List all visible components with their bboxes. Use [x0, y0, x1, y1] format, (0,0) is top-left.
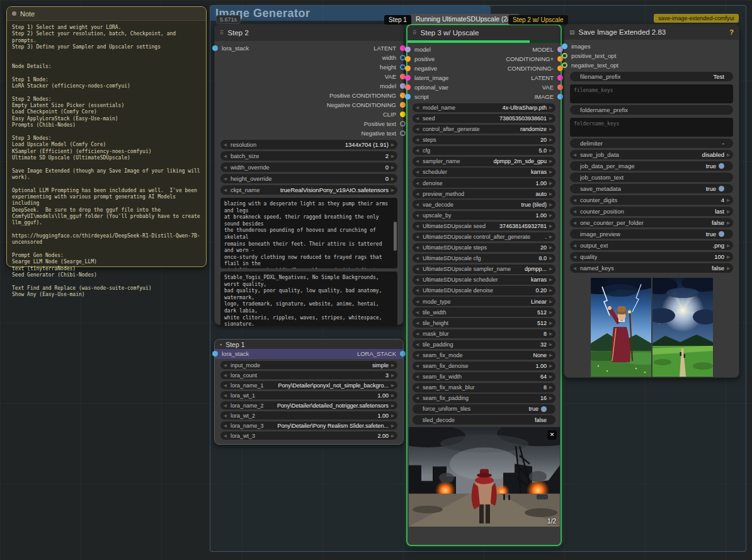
decrement-arrow-icon[interactable]: ◀ [416, 127, 421, 132]
widget-row[interactable]: ◀ filename_prefix Test ▶ [570, 72, 733, 81]
widget-row[interactable]: ◀ foldername_prefix ▶ [570, 105, 733, 115]
decrement-arrow-icon[interactable]: ◀ [573, 243, 579, 248]
decrement-arrow-icon[interactable]: ◀ [416, 310, 421, 315]
increment-arrow-icon[interactable]: ▶ [724, 220, 730, 226]
widget-row[interactable]: ◀ UltimateSDUpscale steps 20 ▶ [413, 243, 555, 253]
input-port[interactable] [405, 47, 411, 52]
widget-row[interactable]: ◀ UltimateSDUpscale sampler_name dpmpp..… [413, 265, 555, 274]
widget-row[interactable]: ◀ sampler_name dpmpp_2m_sde_gpu ▶ [413, 157, 555, 166]
input-port[interactable] [212, 351, 218, 357]
decrement-arrow-icon[interactable]: ◀ [416, 353, 421, 358]
increment-arrow-icon[interactable]: ▶ [547, 181, 552, 186]
widget-row[interactable]: ◀ batch_size 2 ▶ [220, 151, 397, 161]
decrement-arrow-icon[interactable]: ◀ [573, 209, 579, 214]
widget-row[interactable]: ◀ delimiter - ▶ [570, 139, 733, 148]
widget-row[interactable]: ◀ lora_name_1 Pony\Detailer\ponyxl_not_s… [220, 381, 397, 389]
widget-row[interactable]: ◀ seam_fix_mask_blur 8 ▶ [413, 383, 555, 392]
decrement-arrow-icon[interactable]: ◀ [224, 142, 229, 147]
increment-arrow-icon[interactable]: ▶ [547, 321, 552, 326]
decrement-arrow-icon[interactable]: ◀ [416, 299, 421, 304]
widget-row[interactable]: ◀ steps 20 ▶ [413, 135, 555, 145]
input-port[interactable] [405, 66, 411, 71]
widget-row[interactable]: ◀ save_metadata true ▶ [570, 184, 733, 193]
input-port[interactable] [562, 62, 567, 68]
increment-arrow-icon[interactable]: ▶ [389, 413, 394, 418]
decrement-arrow-icon[interactable]: ◀ [224, 383, 229, 388]
filename-keys-textarea[interactable]: filename_keys [570, 84, 733, 103]
widget-row[interactable]: ◀ lora_name_2 Pony\Detailer\detailed_not… [220, 401, 397, 409]
toggle-knob[interactable] [541, 406, 547, 412]
decrement-arrow-icon[interactable]: ◀ [416, 181, 421, 186]
widget-row[interactable]: ◀ seam_fix_denoise 1.00 ▶ [413, 362, 555, 371]
decrement-arrow-icon[interactable]: ◀ [573, 152, 579, 157]
increment-arrow-icon[interactable]: ▶ [547, 385, 552, 390]
decrement-arrow-icon[interactable]: ◀ [224, 423, 229, 428]
negative-prompt-textarea[interactable]: Stable_Yogis_PDXL_Negatives, No Simple B… [220, 271, 397, 326]
widget-row[interactable]: ◀ scheduler karras ▶ [413, 168, 555, 177]
widget-row[interactable]: ◀ lora_name_3 Pony\Detailer\Pony Realism… [220, 421, 397, 430]
badge-step2-upscale[interactable]: Step 2 w/ Upscale [508, 15, 568, 25]
increment-arrow-icon[interactable]: ▶ [547, 148, 552, 153]
decrement-arrow-icon[interactable]: ◀ [416, 148, 421, 153]
step2-titlebar[interactable]: ⠿ Step 2 [215, 25, 403, 41]
decrement-arrow-icon[interactable]: ◀ [416, 213, 421, 218]
decrement-arrow-icon[interactable]: ◀ [416, 191, 421, 197]
widget-row[interactable]: ◀ force_uniform_tiles true ▶ [413, 404, 555, 414]
output-port[interactable] [557, 84, 563, 90]
widget-row[interactable]: ◀ width_override 0 ▶ [220, 163, 397, 172]
decrement-arrow-icon[interactable]: ◀ [573, 266, 579, 271]
decrement-arrow-icon[interactable]: ◀ [416, 116, 421, 121]
increment-arrow-icon[interactable]: ▶ [389, 165, 394, 170]
widget-row[interactable]: ◀ lora_count 3 ▶ [220, 371, 397, 379]
note-node[interactable]: Note Step 1) Select and weight your LORA… [6, 6, 207, 267]
output-port[interactable] [400, 102, 406, 108]
increment-arrow-icon[interactable]: ▶ [724, 266, 730, 271]
input-port[interactable] [562, 53, 567, 59]
widget-row[interactable]: ◀ named_keys false ▶ [570, 263, 733, 273]
increment-arrow-icon[interactable]: ▶ [547, 213, 552, 218]
input-port[interactable] [405, 75, 411, 81]
increment-arrow-icon[interactable]: ▶ [389, 176, 394, 181]
widget-row[interactable]: ◀ seam_fix_width 64 ▶ [413, 372, 555, 382]
decrement-arrow-icon[interactable]: ◀ [224, 363, 229, 368]
decrement-arrow-icon[interactable]: ◀ [416, 363, 421, 369]
increment-arrow-icon[interactable]: ▶ [547, 234, 552, 239]
increment-arrow-icon[interactable]: ▶ [547, 159, 552, 164]
widget-row[interactable]: ◀ control_after_generate randomize ▶ [413, 125, 555, 134]
increment-arrow-icon[interactable]: ▶ [724, 198, 730, 203]
widget-row[interactable]: ◀ vae_decode true (tiled) ▶ [413, 200, 555, 209]
widget-row[interactable]: ◀ tiled_decode false ▶ [413, 415, 555, 425]
decrement-arrow-icon[interactable]: ◀ [416, 321, 421, 326]
increment-arrow-icon[interactable]: ▶ [547, 331, 552, 336]
toggle-knob[interactable] [719, 163, 724, 169]
increment-arrow-icon[interactable]: ▶ [547, 191, 552, 197]
increment-arrow-icon[interactable]: ▶ [547, 116, 552, 121]
step1-titlebar[interactable]: ▪ Step 1 [215, 340, 403, 349]
widget-row[interactable]: ◀ job_data_per_image true ▶ [570, 161, 733, 171]
increment-arrow-icon[interactable]: ▶ [724, 254, 730, 260]
decrement-arrow-icon[interactable]: ◀ [416, 266, 421, 271]
increment-arrow-icon[interactable]: ▶ [389, 403, 394, 408]
saved-image-1[interactable] [591, 278, 651, 377]
decrement-arrow-icon[interactable]: ◀ [224, 393, 229, 398]
close-preview-button[interactable]: ✕ [547, 430, 557, 440]
decrement-arrow-icon[interactable]: ◀ [416, 169, 421, 174]
decrement-arrow-icon[interactable]: ◀ [416, 224, 421, 229]
increment-arrow-icon[interactable]: ▶ [547, 342, 552, 347]
widget-row[interactable]: ◀ UltimateSDUpscale scheduler karras ▶ [413, 275, 555, 285]
decrement-arrow-icon[interactable]: ◀ [416, 137, 421, 142]
increment-arrow-icon[interactable]: ▶ [547, 256, 552, 261]
decrement-arrow-icon[interactable]: ◀ [224, 165, 229, 170]
badge-step1[interactable]: Step 1 [384, 15, 411, 25]
increment-arrow-icon[interactable]: ▶ [724, 243, 730, 248]
toggle-knob[interactable] [719, 186, 724, 191]
increment-arrow-icon[interactable]: ▶ [547, 288, 552, 293]
decrement-arrow-icon[interactable]: ◀ [573, 220, 579, 226]
output-port[interactable] [557, 94, 563, 100]
widget-row[interactable]: ◀ counter_position last ▶ [570, 207, 733, 216]
widget-row[interactable]: ◀ ckpt_name trueRealVisionPony_v19AIO.sa… [220, 185, 397, 195]
decrement-arrow-icon[interactable]: ◀ [224, 433, 229, 438]
step1-node[interactable]: ▪ Step 1 lora_stack LORA_STACK ◀ input_m… [214, 339, 404, 445]
increment-arrow-icon[interactable]: ▶ [724, 152, 730, 157]
widget-row[interactable]: ◀ image_preview true ▶ [570, 229, 733, 239]
